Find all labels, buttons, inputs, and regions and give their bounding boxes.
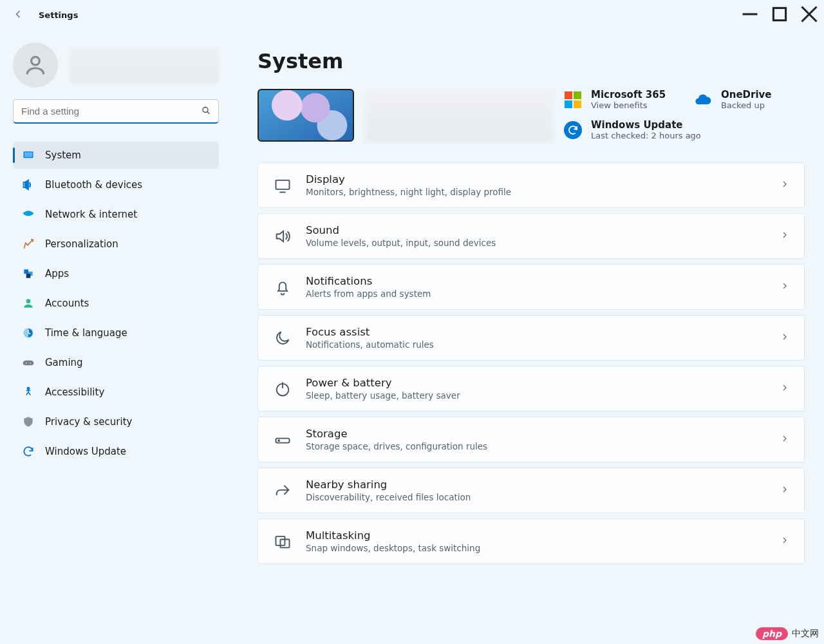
sidebar-item-label: System (45, 149, 211, 161)
card-title: Display (306, 173, 765, 185)
chevron-right-icon (780, 281, 790, 293)
shield-icon (22, 415, 35, 428)
chevron-right-icon (780, 484, 790, 497)
search-wrap (13, 99, 219, 124)
card-text: NotificationsAlerts from apps and system (306, 275, 765, 299)
card-storage[interactable]: StorageStorage space, drives, configurat… (258, 417, 805, 462)
minimize-icon (735, 0, 765, 31)
quick-windows-update[interactable]: Windows Update Last checked: 2 hours ago (564, 119, 805, 140)
card-text: Nearby sharingDiscoverability, received … (306, 478, 765, 502)
sidebar-item-label: Gaming (45, 357, 211, 368)
chevron-right-icon (780, 230, 790, 242)
svg-rect-7 (26, 274, 31, 278)
sidebar-item-windows-update[interactable]: Windows Update (13, 438, 219, 465)
quick-m365[interactable]: Microsoft 365 View benefits (564, 89, 675, 110)
svg-point-10 (26, 363, 27, 364)
card-sound[interactable]: SoundVolume levels, output, input, sound… (258, 213, 805, 259)
quick-title: OneDrive (721, 89, 772, 100)
sidebar-item-label: Network & internet (45, 209, 211, 220)
avatar (13, 43, 58, 88)
sidebar-item-bluetooth-devices[interactable]: Bluetooth & devices (13, 171, 219, 198)
sidebar-item-network-internet[interactable]: Network & internet (13, 201, 219, 228)
sidebar-item-time-language[interactable]: Time & language (13, 319, 219, 346)
sidebar-item-label: Windows Update (45, 446, 211, 457)
card-title: Multitasking (306, 529, 765, 542)
bell-icon (274, 278, 292, 296)
clock-icon (22, 327, 35, 339)
update-icon (22, 445, 35, 458)
svg-rect-0 (773, 8, 785, 20)
svg-rect-5 (24, 269, 28, 274)
sound-icon (274, 227, 292, 245)
card-nearby-sharing[interactable]: Nearby sharingDiscoverability, received … (258, 468, 805, 513)
chevron-right-icon (780, 332, 790, 344)
card-text: Power & batterySleep, battery usage, bat… (306, 377, 765, 401)
quick-subtitle: Last checked: 2 hours ago (591, 131, 701, 140)
top-cards: Microsoft 365 View benefits OneDrive Bac… (258, 89, 805, 142)
windows-update-icon (564, 121, 582, 139)
titlebar-left: Settings (12, 8, 78, 21)
card-subtitle: Monitors, brightness, night light, displ… (306, 187, 765, 197)
system-icon (22, 149, 35, 162)
card-text: SoundVolume levels, output, input, sound… (306, 224, 765, 248)
card-power-battery[interactable]: Power & batterySleep, battery usage, bat… (258, 366, 805, 412)
power-icon (274, 380, 292, 398)
card-subtitle: Discoverability, received files location (306, 492, 765, 502)
search-icon (201, 106, 211, 118)
quick-title: Microsoft 365 (591, 89, 666, 100)
device-preview[interactable] (258, 89, 354, 142)
card-title: Power & battery (306, 377, 765, 389)
card-title: Storage (306, 428, 765, 440)
user-block[interactable] (13, 43, 219, 88)
titlebar: Settings (0, 0, 824, 30)
sidebar-item-label: Time & language (45, 327, 211, 339)
display-icon (274, 176, 292, 194)
back-button[interactable] (12, 8, 24, 21)
svg-point-16 (278, 440, 279, 441)
svg-point-1 (32, 57, 40, 65)
maximize-icon (765, 0, 794, 31)
device-info-redacted (366, 89, 552, 142)
app-title: Settings (39, 10, 78, 20)
sidebar-item-privacy-security[interactable]: Privacy & security (13, 408, 219, 435)
onedrive-icon (694, 91, 712, 109)
sidebar-item-accessibility[interactable]: Accessibility (13, 379, 219, 406)
settings-card-list: DisplayMonitors, brightness, night light… (258, 162, 805, 564)
card-multitasking[interactable]: MultitaskingSnap windows, desktops, task… (258, 518, 805, 564)
card-subtitle: Sleep, battery usage, battery saver (306, 390, 765, 401)
sidebar-item-apps[interactable]: Apps (13, 260, 219, 287)
search-input[interactable] (13, 99, 219, 124)
window-minimize-button[interactable] (735, 2, 765, 28)
accounts-icon (22, 297, 35, 310)
storage-icon (274, 431, 292, 449)
svg-point-2 (203, 108, 208, 113)
sidebar: SystemBluetooth & devicesNetwork & inter… (0, 30, 232, 644)
sidebar-item-label: Bluetooth & devices (45, 179, 211, 191)
page-title: System (258, 49, 805, 73)
window-close-button[interactable] (794, 2, 824, 28)
card-title: Focus assist (306, 326, 765, 338)
chevron-right-icon (780, 179, 790, 191)
sidebar-item-label: Accessibility (45, 386, 211, 398)
sidebar-item-system[interactable]: System (13, 142, 219, 169)
svg-point-8 (26, 299, 31, 303)
window-maximize-button[interactable] (765, 2, 794, 28)
sidebar-item-personalization[interactable]: Personalization (13, 231, 219, 258)
card-display[interactable]: DisplayMonitors, brightness, night light… (258, 162, 805, 208)
chevron-right-icon (780, 433, 790, 446)
sidebar-item-accounts[interactable]: Accounts (13, 290, 219, 317)
card-notifications[interactable]: NotificationsAlerts from apps and system (258, 264, 805, 310)
sidebar-item-label: Privacy & security (45, 416, 211, 428)
nav: SystemBluetooth & devicesNetwork & inter… (13, 142, 219, 465)
card-subtitle: Storage space, drives, configuration rul… (306, 441, 765, 451)
chevron-right-icon (780, 383, 790, 395)
sidebar-item-label: Personalization (45, 238, 211, 250)
multitask-icon (274, 533, 292, 551)
card-text: DisplayMonitors, brightness, night light… (306, 173, 765, 197)
sidebar-item-gaming[interactable]: Gaming (13, 349, 219, 376)
card-focus-assist[interactable]: Focus assistNotifications, automatic rul… (258, 315, 805, 361)
apps-icon (22, 267, 35, 280)
microsoft-logo-icon (564, 91, 582, 109)
card-subtitle: Volume levels, output, input, sound devi… (306, 238, 765, 248)
quick-onedrive[interactable]: OneDrive Backed up (694, 89, 805, 110)
